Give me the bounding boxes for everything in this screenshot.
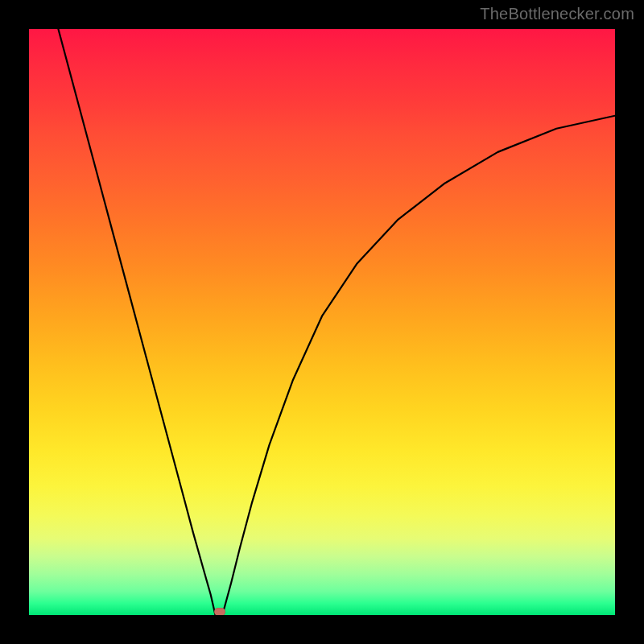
chart-frame: TheBottlenecker.com (0, 0, 644, 644)
watermark-text: TheBottlenecker.com (480, 5, 634, 23)
bottleneck-curve (29, 29, 615, 615)
optimal-point-marker (214, 608, 225, 615)
plot-area (29, 29, 615, 615)
